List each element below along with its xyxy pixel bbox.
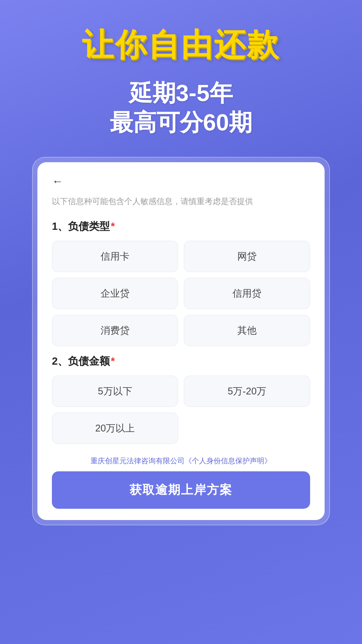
option-above-20w[interactable]: 20万以上 — [52, 413, 178, 444]
option-5w-20w[interactable]: 5万-20万 — [184, 376, 310, 407]
footer-company-text: 重庆创星元法律咨询有限公司 — [90, 457, 185, 465]
hero-title: 让你自由还款 — [82, 24, 280, 66]
amount-row2: 20万以上 — [52, 413, 310, 444]
section1-title: 1、负债类型* — [52, 219, 310, 233]
card-wrapper: ← 以下信息种可能包含个人敏感信息，请慎重考虑是否提供 1、负债类型* 信用卡 … — [32, 157, 330, 525]
option-credit-loan[interactable]: 信用贷 — [184, 278, 310, 309]
back-button[interactable]: ← — [52, 175, 68, 188]
page-container: 让你自由还款 延期3-5年 最高可分60期 ← 以下信息种可能包含个人敏感信息，… — [0, 0, 362, 644]
inner-card: ← 以下信息种可能包含个人敏感信息，请慎重考虑是否提供 1、负债类型* 信用卡 … — [37, 162, 325, 520]
required-mark2: * — [111, 355, 115, 367]
submit-button[interactable]: 获取逾期上岸方案 — [52, 471, 310, 509]
option-business-loan[interactable]: 企业贷 — [52, 278, 178, 309]
subtitle-line2: 最高可分60期 — [110, 108, 253, 137]
footer-notice: 重庆创星元法律咨询有限公司《个人身份信息保护声明》 — [52, 456, 310, 466]
option-below-5w[interactable]: 5万以下 — [52, 376, 178, 407]
required-mark1: * — [111, 220, 115, 232]
section2-title: 2、负债金额* — [52, 354, 310, 368]
option-online-loan[interactable]: 网贷 — [184, 241, 310, 272]
debt-type-row1: 信用卡 网贷 — [52, 241, 310, 272]
subtitle-block: 延期3-5年 最高可分60期 — [110, 78, 253, 137]
option-other[interactable]: 其他 — [184, 315, 310, 346]
debt-type-row2: 企业贷 信用贷 — [52, 278, 310, 309]
footer-privacy-link[interactable]: 《个人身份信息保护声明》 — [185, 457, 272, 465]
section2: 2、负债金额* 5万以下 5万-20万 20万以上 — [52, 354, 310, 450]
option-consumer-loan[interactable]: 消费贷 — [52, 315, 178, 346]
subtitle-line1: 延期3-5年 — [110, 78, 253, 108]
notice-text: 以下信息种可能包含个人敏感信息，请慎重考虑是否提供 — [52, 195, 310, 207]
amount-row1: 5万以下 5万-20万 — [52, 376, 310, 407]
option-credit-card[interactable]: 信用卡 — [52, 241, 178, 272]
debt-type-row3: 消费贷 其他 — [52, 315, 310, 346]
section1: 1、负债类型* 信用卡 网贷 企业贷 信用贷 消费贷 其他 — [52, 219, 310, 352]
